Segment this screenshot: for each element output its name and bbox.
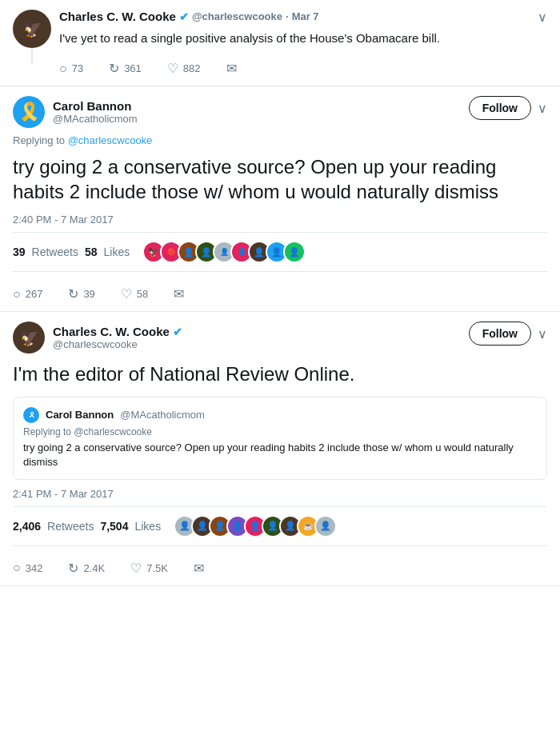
tweet-1-retweet-action[interactable]: ↻ 361 (109, 61, 142, 76)
tweet-3-user: Charles C. W. Cooke ✔ @charlescwcooke (53, 325, 182, 350)
mini-avatar-9: 👤 (283, 241, 306, 263)
tweet-3-like-count: 7,504 (100, 520, 128, 533)
tweet-3-header: 🦅 Charles C. W. Cooke ✔ @charlescwcooke … (13, 322, 547, 354)
tweet-1-mail-action[interactable]: ✉ (226, 61, 237, 76)
tweet-3-header-right: Follow ∨ (469, 322, 547, 346)
thread-line (31, 48, 33, 64)
mail-icon-3: ✉ (194, 561, 204, 576)
tweet-3-reply-action[interactable]: ○ 342 (13, 561, 42, 575)
retweet-icon: ↻ (109, 61, 119, 76)
tweet-3-timestamp: 2:41 PM - 7 Mar 2017 (13, 488, 547, 500)
tweet-1-date-val: Mar 7 (292, 10, 319, 22)
tweet-1-retweet-count: 361 (124, 62, 142, 74)
reply-icon-3: ○ (13, 561, 21, 575)
tweet-1-chevron-icon[interactable]: ∨ (538, 10, 547, 25)
tweet-3-stats: 2,406 Retweets 7,504 Likes 👤 👤 👤 👤 👤 👤 👤… (13, 506, 547, 546)
tweet-3-text: I'm the editor of National Review Online… (13, 362, 547, 386)
quoted-name: Carol Bannon (46, 409, 114, 421)
tweet-3-chevron-icon[interactable]: ∨ (538, 326, 547, 342)
tweet-3-quoted: 🎗 Carol Bannon @MAcatholicmom Replying t… (13, 397, 547, 480)
tweet-1-header: 🦅 Charles C. W. Cooke ✔ @charlescwcooke … (13, 10, 547, 76)
tweet-2-chevron-icon[interactable]: ∨ (538, 101, 547, 116)
tweet-2-actions: ○ 267 ↻ 39 ♡ 58 ✉ (13, 278, 547, 302)
tweet-3-user-row: 🦅 Charles C. W. Cooke ✔ @charlescwcooke (13, 322, 182, 354)
quoted-avatar: 🎗 (23, 407, 39, 423)
tweet-3-mail-action[interactable]: ✉ (194, 561, 204, 576)
tweet-2-username: @MAcatholicmom (53, 113, 138, 125)
tweet-2-like-count: 58 (85, 246, 98, 258)
tweet-3-retweet-label: Retweets (47, 520, 94, 533)
tweet-2-retweet-action[interactable]: ↻ 39 (68, 286, 94, 302)
like-icon: ♡ (167, 61, 178, 76)
tweet-1-avatar[interactable]: 🦅 (13, 10, 51, 48)
tweet-2: 🎗️ Carol Bannon @MAcatholicmom Follow ∨ … (0, 86, 560, 312)
tweet-3-follow-button[interactable]: Follow (469, 322, 531, 346)
t3-mini-avatar-9: 👤 (314, 515, 337, 537)
tweet-2-header: 🎗️ Carol Bannon @MAcatholicmom Follow ∨ (13, 96, 547, 128)
tweet-2-reply-count: 267 (26, 288, 43, 300)
tweet-2-reply-action[interactable]: ○ 267 (13, 287, 42, 302)
tweet-2-like-action-count: 58 (137, 288, 148, 300)
tweet-1-like-action[interactable]: ♡ 882 (167, 61, 201, 76)
tweet-2-avatar[interactable]: 🎗️ (13, 96, 45, 128)
retweet-icon-3: ↻ (68, 561, 78, 576)
tweet-3-like-action-count: 7.5K (146, 562, 168, 574)
tweet-1-actions: ○ 73 ↻ 361 ♡ 882 ✉ (59, 53, 440, 76)
mail-icon-2: ✉ (174, 286, 184, 302)
verified-badge: ✔ (179, 10, 189, 23)
tweet-3-reply-count: 342 (26, 562, 43, 574)
tweet-3-username: @charlescwcooke (53, 338, 182, 350)
tweet-1-username: @charlescwcooke (192, 10, 282, 22)
tweet-1-user: Charles C. W. Cooke ✔ @charlescwcooke · … (59, 10, 440, 23)
tweet-2-text: try going 2 a conservative source? Open … (13, 154, 547, 204)
tweet-2-user-row: 🎗️ Carol Bannon @MAcatholicmom (13, 96, 138, 128)
tweet-3-actions: ○ 342 ↻ 2.4K ♡ 7.5K ✉ (13, 553, 547, 576)
tweet-2-user: Carol Bannon @MAcatholicmom (53, 99, 138, 125)
tweet-1-reply-action[interactable]: ○ 73 (59, 62, 83, 76)
tweet-3-avatar[interactable]: 🦅 (13, 322, 45, 354)
tweet-3-retweet-action[interactable]: ↻ 2.4K (68, 561, 105, 576)
quoted-username: @MAcatholicmom (120, 409, 205, 421)
tweet-1-header-right: ∨ (538, 10, 547, 25)
tweet-2-timestamp: 2:40 PM - 7 Mar 2017 (13, 214, 547, 226)
tweet-3-avatar-group: 👤 👤 👤 👤 👤 👤 👤 ☕ 👤 (174, 515, 337, 537)
mail-icon: ✉ (226, 61, 237, 76)
reply-icon: ○ (59, 62, 67, 76)
quoted-replying: Replying to @charlescwcooke (23, 426, 537, 437)
quoted-header: 🎗 Carol Bannon @MAcatholicmom (23, 407, 537, 423)
tweet-1-like-count: 882 (183, 62, 201, 74)
tweet-3-retweet-action-count: 2.4K (83, 562, 105, 574)
thread-line-container: 🦅 (13, 10, 51, 64)
tweet-2-follow-button[interactable]: Follow (469, 96, 531, 120)
tweet-1-display-name[interactable]: Charles C. W. Cooke ✔ @charlescwcooke · … (59, 10, 440, 23)
tweet-3-like-label: Likes (134, 520, 161, 533)
like-icon-2: ♡ (121, 286, 132, 302)
tweet-3-retweet-count: 2,406 (13, 520, 41, 533)
tweet-2-like-label: Likes (104, 246, 130, 258)
tweet-3-verified-badge: ✔ (173, 326, 182, 338)
tweet-3-display-name[interactable]: Charles C. W. Cooke ✔ (53, 325, 182, 338)
tweet-2-like-action[interactable]: ♡ 58 (121, 286, 148, 302)
tweet-2-mail-action[interactable]: ✉ (174, 286, 184, 302)
tweet-2-retweet-action-count: 39 (83, 288, 94, 300)
tweet-2-retweet-count: 39 (13, 246, 26, 258)
tweet-2-display-name[interactable]: Carol Bannon (53, 99, 138, 113)
like-icon-3: ♡ (130, 561, 142, 576)
tweet-2-retweet-label: Retweets (32, 246, 78, 258)
tweet-1-text: I've yet to read a single positive analy… (59, 30, 440, 46)
retweet-icon-2: ↻ (68, 286, 78, 302)
tweet-1-header-left: 🦅 Charles C. W. Cooke ✔ @charlescwcooke … (13, 10, 440, 76)
tweet-1: 🦅 Charles C. W. Cooke ✔ @charlescwcooke … (0, 0, 560, 86)
tweet-3-like-action[interactable]: ♡ 7.5K (130, 561, 168, 576)
tweet-2-stats: 39 Retweets 58 Likes 🦅 🔴 👤 👤 👤 👤 👤 👤 👤 (13, 232, 547, 272)
tweet-1-date: · (286, 10, 289, 22)
tweet-1-user-info: Charles C. W. Cooke ✔ @charlescwcooke · … (59, 10, 440, 76)
quoted-text: try going 2 a conservative source? Open … (23, 441, 537, 469)
tweet-1-reply-count: 73 (72, 62, 83, 74)
tweet-2-header-right: Follow ∨ (469, 96, 547, 120)
tweet-2-replying-to: Replying to @charlescwcooke (13, 134, 547, 146)
replying-to-link[interactable]: @charlescwcooke (68, 134, 153, 146)
reply-icon-2: ○ (13, 287, 21, 302)
tweet-2-avatar-group: 🦅 🔴 👤 👤 👤 👤 👤 👤 👤 (142, 241, 306, 263)
tweet-3: 🦅 Charles C. W. Cooke ✔ @charlescwcooke … (0, 312, 560, 586)
